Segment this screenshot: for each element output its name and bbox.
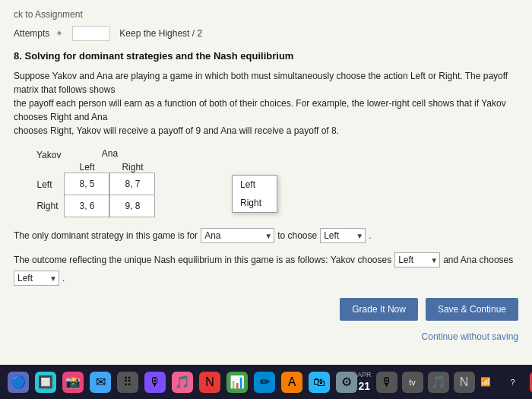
continue-link[interactable]: Continue without saving — [422, 331, 518, 342]
nash-ana-dropdown[interactable]: Left Right ▼ — [14, 271, 59, 286]
mail-icon[interactable]: ✉ — [90, 372, 111, 393]
atv-icon[interactable]: tv — [402, 372, 423, 393]
podcast-taskbar-icon[interactable]: 🎙 — [376, 372, 397, 393]
nash-ana-select[interactable]: Left Right — [14, 271, 59, 286]
settings-icon: ✦ — [55, 28, 66, 39]
payoff-matrix: Yakov Left Right Ana Left Right 8, 5 8, … — [36, 148, 518, 217]
text-icon[interactable]: A — [281, 372, 302, 393]
finder-icon[interactable]: 🔵 — [8, 372, 29, 393]
question-number: 8. — [14, 50, 22, 62]
nash-yakov-dropdown[interactable]: Left Right ▼ — [394, 252, 440, 268]
nash-end-dot: . — [62, 273, 65, 283]
matrix-grid: Ana Left Right 8, 5 8, 7 3, 6 9, 8 — [64, 148, 155, 217]
notification-icon[interactable]: N — [199, 372, 220, 393]
date-display: APR 21 — [357, 371, 372, 394]
photos-icon[interactable]: 📸 — [62, 372, 84, 393]
a-icon[interactable]: A — [530, 372, 532, 393]
question-body-3: chooses Right, Yakov will receive a payo… — [14, 124, 518, 138]
cell-1-1: 9, 8 — [109, 195, 155, 217]
dominant-player-dropdown[interactable]: Ana Yakov neither player ▼ — [201, 228, 274, 243]
yakov-row-right: Right — [36, 195, 61, 217]
question-body-2: the payoff each person will earn as a fu… — [14, 97, 518, 124]
taskbar-right: 📶 ? A — [475, 372, 532, 393]
yakov-label: Yakov — [36, 150, 61, 160]
question-body-1: Suppose Yakov and Ana are playing a game… — [14, 69, 518, 97]
cell-0-0: 8, 5 — [64, 173, 109, 195]
matrix-outer: Yakov Left Right Ana Left Right 8, 5 8, … — [36, 148, 518, 217]
nash-line: The outcome reflecting the unique Nash e… — [14, 252, 518, 286]
bars-icon[interactable]: 📊 — [226, 372, 248, 393]
save-button[interactable]: Save & Continue — [426, 298, 518, 321]
dominant-choice-dropdown[interactable]: Left Right ▼ — [320, 228, 366, 243]
taskbar-center: APR 21 🎙 tv 🎵 N — [357, 371, 475, 394]
nash-yakov-select[interactable]: Left Right — [394, 252, 440, 268]
buttons-row: Grade It Now Save & Continue — [340, 298, 518, 321]
launchpad-icon[interactable]: 🔲 — [35, 372, 56, 393]
matrix-rows: 8, 5 8, 7 3, 6 9, 8 — [64, 173, 155, 217]
cell-0-1: 8, 7 — [109, 173, 155, 195]
appstore-icon[interactable]: 🛍 — [309, 372, 330, 393]
podcast-icon[interactable]: 🎙 — [144, 372, 166, 393]
N-icon[interactable]: N — [454, 372, 475, 393]
dominant-end-dot: . — [369, 230, 371, 241]
popup-dropdown-box: Left Right — [232, 175, 277, 213]
settings-taskbar-icon[interactable]: ⚙ — [336, 372, 357, 393]
nash-text: The outcome reflecting the unique Nash e… — [14, 255, 391, 265]
back-link[interactable]: ck to Assignment — [14, 9, 518, 20]
keep-highest-label: Keep the Highest / 2 — [119, 28, 202, 39]
grid-icon[interactable]: ⠿ — [117, 372, 138, 393]
grade-button[interactable]: Grade It Now — [340, 298, 418, 321]
music-taskbar-icon[interactable]: 🎵 — [428, 372, 449, 393]
dominant-suffix: to choose — [277, 230, 317, 241]
question-title: 8. Solving for dominant strategies and t… — [14, 50, 518, 62]
date-number: 21 — [357, 379, 372, 393]
wifi-icon[interactable]: 📶 — [475, 372, 496, 393]
nash-middle: and Ana chooses — [443, 255, 513, 265]
music-icon[interactable]: 🎵 — [172, 372, 193, 393]
dominant-player-select[interactable]: Ana Yakov neither player — [201, 228, 274, 243]
yakov-row-labels: Left Right — [36, 174, 61, 217]
question-body: Suppose Yakov and Ana are playing a game… — [14, 69, 518, 138]
attempts-bar: Attempts ✦ Keep the Highest / 2 — [14, 26, 518, 41]
pencil-icon[interactable]: ✏ — [254, 372, 275, 393]
col-headers: Left Right — [64, 162, 155, 173]
attempts-label: Attempts — [14, 28, 49, 39]
dominant-choice-select[interactable]: Left Right — [320, 228, 366, 243]
attempts-input[interactable] — [72, 26, 110, 41]
taskbar-left: 🔵 🔲 📸 ✉ ⠿ 🎙 🎵 N 📊 ✏ A 🛍 ⚙ — [8, 372, 357, 393]
action-buttons: Grade It Now Save & Continue Continue wi… — [14, 298, 518, 342]
matrix-row-1: 3, 6 9, 8 — [64, 195, 155, 217]
matrix-row-0: 8, 5 8, 7 — [64, 173, 155, 195]
yakov-row-left: Left — [36, 174, 61, 195]
popup-item-right[interactable]: Right — [233, 194, 277, 212]
ana-header: Ana — [64, 148, 155, 159]
yakov-side: Yakov Left Right — [36, 150, 61, 217]
taskbar: 🔵 🔲 📸 ✉ ⠿ 🎙 🎵 N 📊 ✏ A 🛍 ⚙ APR 21 🎙 tv 🎵 … — [0, 365, 532, 399]
question-title-text: Solving for dominant strategies and the … — [24, 50, 293, 62]
date-month: APR — [357, 371, 372, 380]
col-header-left: Left — [64, 162, 109, 173]
question-icon[interactable]: ? — [502, 372, 524, 393]
popup-item-left[interactable]: Left — [233, 176, 277, 194]
dominant-prefix: The only dominant strategy in this game … — [14, 230, 198, 241]
col-header-right: Right — [109, 162, 155, 173]
cell-1-0: 3, 6 — [64, 195, 109, 217]
dominant-strategy-line: The only dominant strategy in this game … — [14, 228, 518, 243]
